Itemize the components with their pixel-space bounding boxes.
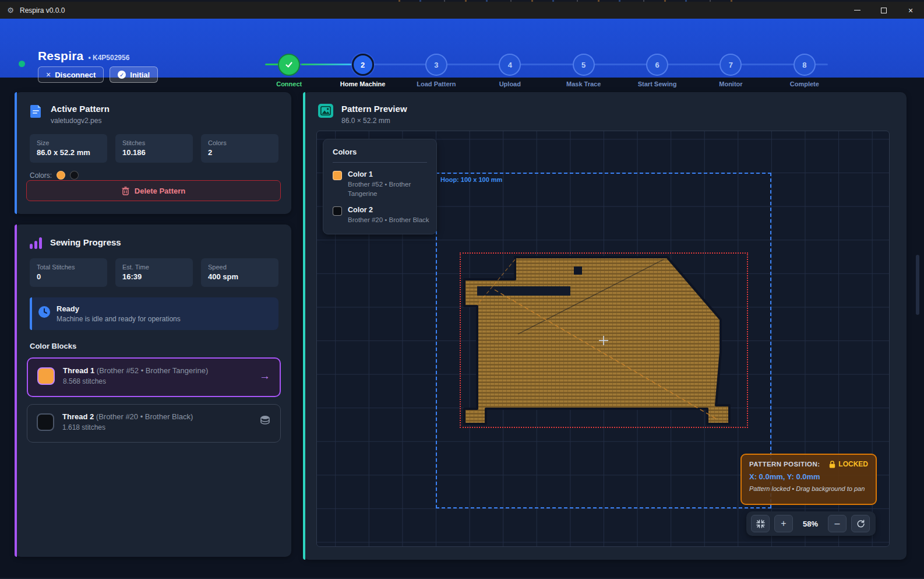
legend-color-1: Color 1 Brother #52 • Brother Tangerine [333, 170, 427, 198]
step-monitor[interactable]: 7 Monitor [694, 37, 767, 96]
stat-colors: Colors 2 [201, 134, 278, 163]
card-accent-edge [303, 92, 305, 560]
zoom-in-button[interactable]: + [774, 515, 793, 532]
pattern-preview-card: Pattern Preview 86.0 × 52.2 mm Hoop: 100… [303, 92, 907, 560]
thread-2-block[interactable]: Thread 2 (Brother #20 • Brother Black) 1… [27, 404, 281, 443]
titlebar: ⚙ Respira v0.0.0 × [0, 2, 924, 19]
step-circle-check-icon [278, 54, 300, 76]
thread-1-progress-bar [37, 388, 270, 391]
bar-chart-icon [30, 236, 42, 249]
arrow-right-icon: → [259, 370, 270, 383]
lock-icon [829, 461, 835, 468]
layers-database-icon [259, 415, 271, 429]
legend-swatch-2 [333, 206, 342, 216]
connection-status-dot [19, 61, 25, 67]
image-icon [318, 104, 333, 118]
pattern-filename: valetudogv2.pes [51, 117, 110, 125]
check-circle-icon: ✓ [118, 71, 126, 79]
card-title: Pattern Preview [341, 104, 407, 114]
stat-stitches: Stitches 10.186 [115, 134, 193, 163]
delete-pattern-button[interactable]: Delete Pattern [26, 180, 281, 201]
card-title: Sewing Progress [50, 237, 121, 247]
close-x-icon: × [46, 70, 51, 79]
hoop-label: Hoop: 100 x 100 mm [440, 176, 502, 183]
app-window: ⚙ Respira v0.0.0 × Respira • K4P502956 ×… [0, 0, 924, 579]
color-blocks-label: Color Blocks [15, 342, 291, 350]
trash-icon [122, 187, 129, 195]
stat-speed: Speed 400 spm [201, 258, 278, 287]
pattern-position-overlay: PATTERN POSITION: LOCKED X: 0.0mm, Y: 0.… [740, 454, 877, 505]
fit-view-button[interactable] [751, 515, 770, 532]
zoom-toolbar: + 58% – [746, 511, 876, 536]
step-connect[interactable]: Connect [252, 37, 326, 96]
workflow-stepper: Connect 2 Home Machine 3 Load Pattern 4 … [252, 37, 841, 96]
colors-legend: Colors Color 1 Brother #52 • Brother Tan… [323, 139, 437, 234]
close-button[interactable]: × [897, 2, 924, 19]
app-header: Respira • K4P502956 × Disconnect ✓ Initi… [0, 19, 924, 78]
brand-name: Respira [38, 49, 83, 63]
window-title: Respira v0.0.0 [20, 6, 65, 15]
thread-1-block[interactable]: Thread 1 (Brother #52 • Brother Tangerin… [27, 357, 281, 397]
stat-total-stitches: Total Stitches 0 [30, 258, 107, 287]
preview-canvas[interactable]: Hoop: 100 x 100 mm [316, 131, 890, 547]
thread-1-swatch [37, 367, 55, 385]
disconnect-button[interactable]: × Disconnect [38, 66, 104, 83]
card-title: Active Pattern [51, 104, 110, 114]
initial-button[interactable]: ✓ Initial [110, 66, 158, 83]
zoom-level: 58% [798, 520, 823, 528]
card-accent-edge [15, 92, 17, 214]
reset-view-button[interactable] [851, 515, 870, 532]
stat-est-time: Est. Time 16:39 [115, 258, 193, 287]
color-swatch-2 [70, 171, 79, 180]
clock-icon [38, 306, 51, 321]
step-start-sewing[interactable]: 6 Start Sewing [620, 37, 694, 96]
scrollbar-thumb[interactable] [916, 255, 919, 315]
stat-size: Size 86.0 x 52.2 mm [30, 134, 107, 163]
legend-color-2: Color 2 Brother #20 • Brother Black [333, 206, 427, 225]
machine-status-banner: Ready Machine is idle and ready for oper… [30, 297, 278, 330]
maximize-button[interactable] [870, 2, 897, 19]
active-pattern-card: Active Pattern valetudogv2.pes Size 86.0… [15, 92, 291, 214]
minimize-button[interactable] [844, 2, 870, 19]
app-logo-icon: ⚙ [6, 6, 15, 15]
machine-serial: • K4P502956 [88, 54, 129, 62]
thread-2-swatch [37, 413, 54, 431]
colors-label: Colors: [30, 171, 52, 180]
step-complete[interactable]: 8 Complete [768, 37, 841, 96]
step-home-machine[interactable]: 2 Home Machine [326, 37, 399, 96]
legend-swatch-1 [333, 171, 342, 180]
pattern-dimensions: 86.0 × 52.2 mm [341, 117, 407, 125]
step-mask-trace[interactable]: 5 Mask Trace [547, 37, 620, 96]
step-upload[interactable]: 4 Upload [473, 37, 546, 96]
zoom-out-button[interactable]: – [828, 515, 847, 532]
lock-status: LOCKED [829, 460, 868, 468]
document-icon [30, 104, 43, 118]
color-swatch-1 [57, 171, 65, 180]
step-load-pattern[interactable]: 3 Load Pattern [400, 37, 473, 96]
sewing-progress-card: Sewing Progress Total Stitches 0 Est. Ti… [15, 224, 291, 557]
card-accent-edge [15, 224, 17, 557]
